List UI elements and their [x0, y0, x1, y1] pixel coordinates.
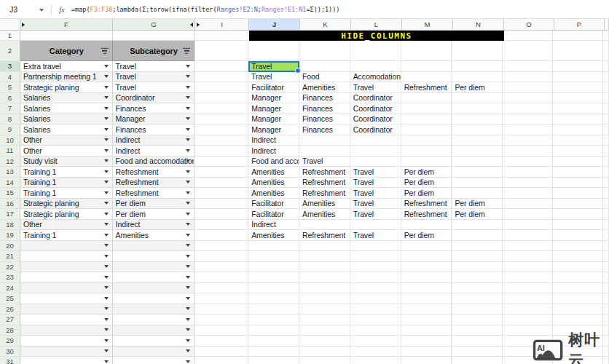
cell-N31[interactable] [452, 357, 503, 364]
cell-M20[interactable] [401, 241, 452, 252]
cell-N18[interactable] [452, 220, 503, 231]
cell-K6[interactable]: Finances [299, 93, 350, 104]
cell-I20[interactable] [195, 241, 248, 252]
cell-O27[interactable] [503, 314, 553, 325]
dropdown-icon[interactable] [186, 213, 190, 215]
cell-P17[interactable] [553, 209, 603, 220]
cell-N7[interactable] [452, 103, 503, 114]
cell-P24[interactable] [553, 283, 603, 294]
cell-G17[interactable]: Per diem [113, 209, 195, 220]
cell-G20[interactable] [113, 241, 195, 252]
cell-K26[interactable] [299, 304, 350, 315]
cell-J7[interactable]: Manager [248, 103, 299, 114]
cell-K31[interactable] [299, 357, 350, 364]
cell-J13[interactable]: Amenities [248, 167, 299, 178]
cell-K19[interactable]: Refreshment [299, 230, 350, 241]
cell-O25[interactable] [503, 293, 553, 304]
dropdown-icon[interactable] [186, 65, 190, 68]
cell-F10[interactable]: Other [20, 135, 113, 146]
cell-K29[interactable] [299, 336, 350, 347]
cell-N2[interactable] [452, 41, 503, 61]
cell-P26[interactable] [553, 304, 603, 315]
row-header-31[interactable]: 31 [0, 357, 20, 364]
cell-P3[interactable] [553, 61, 603, 72]
cell-K24[interactable] [299, 283, 350, 294]
dropdown-icon[interactable] [104, 276, 109, 279]
dropdown-icon[interactable] [104, 138, 109, 141]
cell-L2[interactable] [350, 41, 401, 61]
cell-I29[interactable] [195, 336, 248, 347]
cell-I26[interactable] [195, 304, 248, 315]
dropdown-icon[interactable] [104, 360, 109, 363]
dropdown-icon[interactable] [104, 297, 109, 300]
cell-N15[interactable] [452, 188, 503, 199]
cell-I21[interactable] [195, 251, 248, 262]
cell-M28[interactable] [401, 325, 452, 336]
cell-G21[interactable] [113, 251, 195, 262]
cell-P18[interactable] [553, 220, 603, 231]
column-header-P[interactable]: P [554, 19, 605, 31]
cell-O15[interactable] [503, 188, 553, 199]
row-header-19[interactable]: 19 [0, 230, 20, 241]
cell-I8[interactable] [195, 114, 248, 125]
cell-J28[interactable] [248, 325, 299, 336]
cell-L17[interactable]: Travel [350, 209, 401, 220]
cell-K17[interactable]: Amenities [299, 209, 350, 220]
dropdown-icon[interactable] [186, 286, 190, 289]
cell-M15[interactable]: Per diem [401, 188, 452, 199]
dropdown-icon[interactable] [104, 328, 109, 331]
cell-P22[interactable] [553, 262, 603, 273]
row-header-2[interactable]: 2 [0, 41, 20, 61]
cell-P15[interactable] [553, 188, 603, 199]
cell-M14[interactable]: Per diem [401, 178, 452, 189]
cell-P27[interactable] [553, 314, 603, 325]
cell-K23[interactable] [299, 272, 350, 283]
cell-N6[interactable] [452, 93, 503, 104]
dropdown-icon[interactable] [186, 360, 190, 363]
cell-N29[interactable] [452, 336, 503, 347]
cell-L29[interactable] [350, 336, 401, 347]
column-header-F[interactable]: F [20, 19, 113, 31]
cell-G6[interactable]: Coordinator [113, 93, 195, 104]
cell-N10[interactable] [452, 135, 503, 146]
row-header-25[interactable]: 25 [0, 293, 20, 304]
cell-I11[interactable] [195, 146, 248, 157]
dropdown-icon[interactable] [186, 223, 190, 226]
cell-J22[interactable] [248, 262, 299, 273]
cell-P1[interactable] [553, 31, 603, 41]
row-header-7[interactable]: 7 [0, 103, 20, 114]
row-header-10[interactable]: 10 [0, 135, 20, 146]
cell-G15[interactable]: Refreshment [113, 188, 195, 199]
dropdown-icon[interactable] [186, 138, 190, 141]
row-header-21[interactable]: 21 [0, 251, 20, 262]
row-header-11[interactable]: 11 [0, 146, 20, 157]
cell-O13[interactable] [503, 167, 553, 178]
cell-P2[interactable] [553, 41, 603, 61]
cell-F21[interactable] [20, 251, 113, 262]
cell-M17[interactable]: Refreshment [401, 209, 452, 220]
cell-L12[interactable] [350, 157, 401, 167]
cell-P23[interactable] [553, 272, 603, 283]
dropdown-icon[interactable] [186, 181, 190, 183]
cell-I14[interactable] [195, 178, 248, 189]
cell-J9[interactable]: Manager [248, 124, 299, 135]
cell-L20[interactable] [350, 241, 401, 252]
dropdown-icon[interactable] [104, 213, 109, 215]
column-header-L[interactable]: L [351, 19, 402, 31]
cell-P19[interactable] [553, 230, 603, 241]
cell-L28[interactable] [350, 325, 401, 336]
cell-P13[interactable] [553, 167, 603, 178]
cell-K7[interactable]: Finances [299, 103, 350, 114]
row-header-20[interactable]: 20 [0, 241, 20, 252]
cell-N27[interactable] [452, 314, 503, 325]
cell-O4[interactable] [503, 72, 553, 83]
cell-G5[interactable]: Travel [113, 82, 195, 93]
row-header-12[interactable]: 12 [0, 157, 20, 167]
cell-M27[interactable] [401, 314, 452, 325]
cell-F22[interactable] [20, 262, 113, 273]
cell-F11[interactable]: Other [20, 146, 113, 157]
cell-J6[interactable]: Manager [248, 93, 299, 104]
cell-O26[interactable] [503, 304, 553, 315]
dropdown-icon[interactable] [186, 328, 190, 331]
cell-I28[interactable] [195, 325, 248, 336]
